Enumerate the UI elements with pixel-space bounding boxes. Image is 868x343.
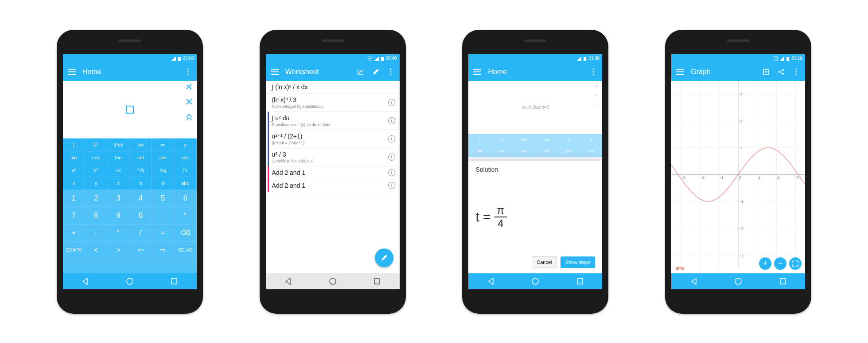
key-7[interactable]: 7 — [63, 207, 85, 225]
fullscreen-button[interactable] — [789, 257, 802, 270]
key-cot[interactable]: cot — [130, 151, 152, 164]
key-sec[interactable]: sec — [152, 151, 174, 164]
cancel-button[interactable]: Cancel — [532, 256, 557, 268]
shuffle-icon[interactable] — [186, 83, 192, 91]
overflow-icon[interactable] — [183, 68, 192, 75]
key-[interactable]: θ — [152, 177, 174, 190]
worksheet-step[interactable]: ∫ u² duSubstitute u = ln(x) so du = 1/xd… — [266, 112, 400, 130]
info-icon[interactable]: i — [388, 99, 395, 106]
solution-dialog: Solution t = π 4 Cancel Show steps — [468, 161, 602, 273]
back-icon[interactable] — [81, 277, 89, 285]
home-icon[interactable] — [329, 277, 337, 285]
menu-icon[interactable] — [676, 69, 685, 75]
key-log[interactable]: log — [152, 164, 174, 177]
key-[interactable]: ° — [174, 207, 196, 225]
expression-display[interactable] — [63, 81, 197, 138]
key-csc[interactable]: csc — [174, 151, 196, 164]
worksheet-step[interactable]: Add 2 and 1i — [266, 166, 400, 179]
worksheet-step[interactable]: (ln x)³ / 3Solve integral by substitutio… — [266, 94, 400, 112]
menu-icon[interactable] — [270, 69, 279, 75]
key-5[interactable]: 5 — [152, 190, 174, 207]
key-[interactable]: ∫ₐᵇ — [85, 138, 107, 151]
key-[interactable]: ⇦ — [130, 242, 152, 259]
key-6[interactable]: 6 — [174, 190, 196, 207]
recent-icon[interactable] — [779, 277, 787, 285]
key-4[interactable]: 4 — [130, 190, 152, 207]
key-sin[interactable]: sin — [63, 151, 85, 164]
key-[interactable]: ⌫ — [174, 225, 196, 242]
back-icon[interactable] — [690, 277, 698, 285]
overflow-icon[interactable] — [386, 68, 395, 75]
home-icon[interactable] — [126, 277, 134, 285]
key-[interactable]: / — [130, 225, 152, 242]
key-y[interactable]: ˣ√y — [130, 164, 152, 177]
key-graph[interactable]: GRAPH — [63, 242, 85, 259]
key-tan[interactable]: tan — [107, 151, 129, 164]
zoom-out-button[interactable]: − — [774, 257, 786, 270]
zoom-in-button[interactable]: + — [759, 257, 771, 270]
key-x[interactable]: x — [63, 177, 85, 190]
menu-icon[interactable] — [473, 69, 482, 75]
key-lim[interactable]: lim — [130, 138, 152, 151]
info-icon[interactable]: i — [388, 135, 395, 142]
key-e[interactable]: e — [174, 138, 196, 151]
worksheet-step[interactable]: Add 2 and 1i — [266, 179, 400, 192]
key-9[interactable]: 9 — [107, 207, 129, 225]
key-0[interactable]: 0 — [130, 207, 152, 225]
key-[interactable]: ∫ — [63, 138, 85, 151]
show-steps-button[interactable]: Show steps — [561, 256, 596, 268]
overflow-icon[interactable] — [589, 68, 598, 75]
key-abc[interactable]: abc — [174, 177, 196, 190]
key-[interactable]: < — [85, 242, 107, 259]
key-y[interactable]: yˣ — [85, 164, 107, 177]
key-1[interactable]: 1 — [63, 190, 85, 207]
key-[interactable]: π — [130, 177, 152, 190]
key-[interactable]: * — [107, 225, 129, 242]
key-z[interactable]: z — [107, 177, 129, 190]
add-plot-icon[interactable] — [762, 68, 771, 75]
worksheet-step[interactable]: ∫ (ln x)² / x dx — [266, 81, 400, 94]
key-[interactable]: ∞ — [152, 138, 174, 151]
key-ddx[interactable]: d/dx — [107, 138, 129, 151]
key-[interactable]: . — [152, 207, 174, 225]
worksheet-step[interactable]: u²⁺¹ / (2+1)∫(t^n)dt = t^n/(n+1)i — [266, 130, 400, 148]
home-icon[interactable] — [531, 277, 539, 285]
signal-icon — [780, 56, 784, 61]
key-2[interactable]: 2 — [85, 190, 107, 207]
svg-text:-2: -2 — [701, 175, 705, 180]
menu-icon[interactable] — [67, 69, 76, 75]
back-icon[interactable] — [284, 277, 292, 285]
star-icon[interactable] — [186, 114, 192, 122]
back-icon[interactable] — [487, 277, 495, 285]
key-[interactable]: > — [107, 242, 129, 259]
info-icon[interactable]: i — [388, 117, 395, 124]
graph-canvas[interactable]: -3-2-10123-3-2-1123 sinx + − — [671, 81, 805, 273]
fab-edit[interactable] — [375, 248, 393, 267]
key-[interactable]: + — [63, 225, 85, 242]
recent-icon[interactable] — [170, 277, 178, 285]
recent-icon[interactable] — [576, 277, 584, 285]
worksheet-step[interactable]: u³ / 3Simplify (u^(2+1))/(2+1)i — [266, 148, 400, 166]
recent-icon[interactable] — [373, 277, 381, 285]
key-solve[interactable]: SOLVE — [174, 242, 196, 259]
edit-icon[interactable] — [371, 68, 380, 75]
info-icon[interactable]: i — [388, 154, 395, 161]
key-cos[interactable]: cos — [85, 151, 107, 164]
info-icon[interactable]: i — [388, 169, 395, 176]
chart-icon[interactable] — [356, 68, 365, 75]
key-8[interactable]: 8 — [85, 207, 107, 225]
key-3[interactable]: 3 — [107, 190, 129, 207]
share-icon[interactable] — [777, 68, 786, 75]
key-[interactable]: ⇨ — [152, 242, 174, 259]
key-y[interactable]: y — [85, 177, 107, 190]
key-[interactable]: - — [85, 225, 107, 242]
key-[interactable]: = — [152, 225, 174, 242]
home-icon[interactable] — [734, 277, 742, 285]
key-ln[interactable]: ln — [174, 164, 196, 177]
key-x[interactable]: √x — [107, 164, 129, 177]
info-icon[interactable]: i — [388, 182, 395, 189]
close-icon[interactable] — [186, 99, 192, 106]
overflow-icon[interactable] — [792, 68, 801, 75]
key-x[interactable]: x² — [63, 164, 85, 177]
worksheet-list[interactable]: ∫ (ln x)² / x dx(ln x)³ / 3Solve integra… — [266, 81, 400, 273]
